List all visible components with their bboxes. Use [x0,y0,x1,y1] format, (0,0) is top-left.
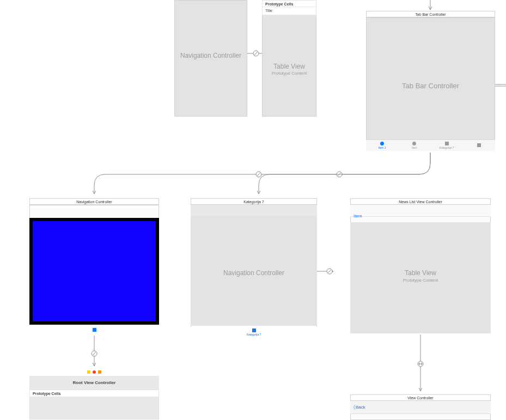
tab-item[interactable]: Item 1 [366,142,398,149]
svg-point-1 [337,172,342,177]
tab-item[interactable]: Item [398,142,430,149]
blue-preview-fill [33,221,156,321]
square-icon [445,142,449,145]
nav-controller-kategorija[interactable]: Kategorija 7 Navigation Controller Kateg… [191,199,317,338]
tab-item[interactable] [463,143,495,148]
square-icon [252,328,256,332]
tab-bar-title: Tab Bar Controller [366,11,495,17]
root-vc-title: Root View Controller [29,380,159,385]
tab-item-label: Item [412,146,417,149]
tab-bar-controller[interactable]: Tab Bar Controller Tab Bar Controller It… [366,12,495,151]
view-controller-navbar: Back [350,401,491,414]
nav-controller-blue[interactable]: Navigation Controller [29,199,159,336]
prototype-cell-title[interactable]: Title [262,7,316,15]
tab-item-label: Item 1 [379,146,386,149]
table-view-sub: Prototype Content [262,71,316,76]
dot-yellow-icon [87,370,90,374]
back-button[interactable]: Back [353,404,365,410]
svg-point-8 [92,351,97,356]
tab-item[interactable]: Kategorija 7 [431,142,463,149]
view-controller-title: View Controller [350,394,491,401]
news-list-view-controller[interactable]: News List View Controller Item Table Vie… [350,199,491,333]
svg-point-0 [253,51,259,56]
circle-icon [412,142,416,145]
tab-bar: Item 1ItemKategorija 7 [366,139,495,151]
nav-controller-blue-title: Navigation Controller [29,198,159,205]
table-view-top-body [262,0,316,117]
tab-item-kategorija-label: Kategorija 7 [247,333,261,336]
news-list-heading: Table View [350,269,491,277]
scene-dots[interactable] [29,370,159,374]
nav-controller-kategorija-label: Navigation Controller [191,269,317,277]
nav-controller-kategorija-navbar [191,205,317,217]
dot-red-icon [93,370,96,374]
view-controller[interactable]: View Controller Back [350,395,491,420]
svg-point-2 [256,172,261,177]
circle-icon [380,142,384,145]
blue-preview [29,218,159,325]
news-list-title: News List View Controller [350,198,491,205]
news-list-sub: Prototype Content [350,278,491,283]
table-view-heading: Table View [262,63,316,70]
dot-orange-icon [98,370,101,374]
root-vc-prototype: Prototype Cells [29,390,159,397]
tab-bar-label: Tab Bar Controller [366,82,495,90]
table-view-top[interactable]: Prototype Cells Title Table View Prototy… [262,0,316,117]
root-vc-navbar: Root View Controller [29,376,159,390]
nav-controller-kategorija-tabbar: Kategorija 7 [191,327,317,338]
news-list-nav-item[interactable]: Item [353,214,362,218]
square-icon [477,143,481,147]
square-icon [93,328,96,332]
back-label: Back [356,405,365,410]
root-view-controller[interactable]: Root View Controller Prototype Cells [29,370,159,419]
nav-controller-top-label: Navigation Controller [174,52,247,59]
nav-controller-blue-tabbar [29,325,159,336]
news-list-navbar: Item [350,205,491,217]
svg-point-3 [327,269,332,274]
svg-point-4 [418,361,423,367]
tab-item-label: Kategorija 7 [440,146,454,149]
nav-controller-top[interactable]: Navigation Controller [174,0,247,117]
nav-controller-kategorija-title: Kategorija 7 [191,198,317,205]
tab-item-kategorija[interactable]: Kategorija 7 [191,328,317,336]
tab-item-blue[interactable] [29,328,159,332]
